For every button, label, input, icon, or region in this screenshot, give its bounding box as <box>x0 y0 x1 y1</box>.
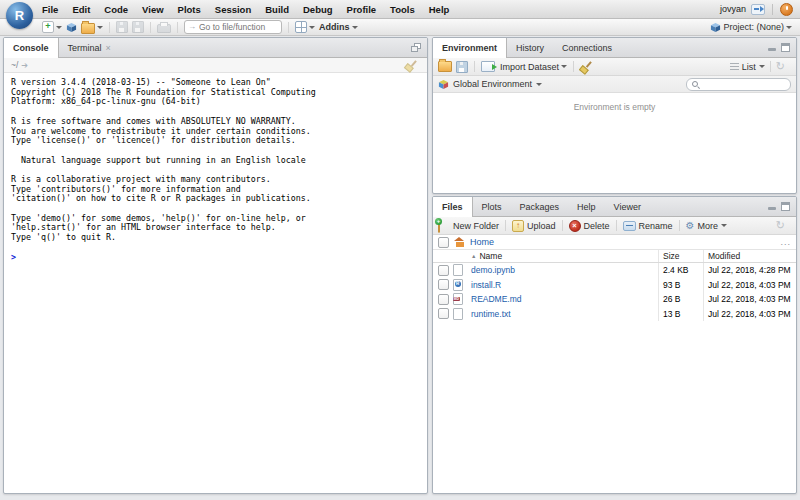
print-icon[interactable] <box>157 24 171 33</box>
divider <box>770 61 771 72</box>
quit-session-icon[interactable] <box>780 3 793 16</box>
new-folder-button[interactable]: New Folder <box>438 220 499 231</box>
refresh-icon[interactable]: ↻ <box>776 220 785 231</box>
file-row[interactable]: install.R 93 B Jul 22, 2018, 4:03 PM <box>433 278 796 293</box>
console-prompt[interactable]: > <box>11 253 420 263</box>
upload-button[interactable]: Upload <box>512 220 556 232</box>
menu-plots[interactable]: Plots <box>178 4 201 15</box>
file-link[interactable]: runtime.txt <box>471 309 658 319</box>
open-file-button[interactable] <box>81 21 103 34</box>
file-checkbox[interactable] <box>438 308 449 319</box>
file-row[interactable]: README.md 26 B Jul 22, 2018, 4:03 PM <box>433 292 796 307</box>
menu-tools[interactable]: Tools <box>390 4 415 15</box>
console-output[interactable]: R version 3.4.4 (2018-03-15) -- "Someone… <box>4 73 427 267</box>
upload-icon <box>512 220 524 232</box>
chevron-down-icon <box>561 65 567 68</box>
menu-view[interactable]: View <box>142 4 163 15</box>
sort-ascending-icon: ▲ <box>471 253 476 259</box>
tab-packages[interactable]: Packages <box>511 197 569 216</box>
file-link[interactable]: install.R <box>471 280 658 290</box>
minimize-pane-icon[interactable] <box>768 203 776 211</box>
menu-debug[interactable]: Debug <box>303 4 333 15</box>
column-name[interactable]: ▲Name <box>471 251 658 261</box>
console-line: Platform: x86_64-pc-linux-gnu (64-bit) <box>11 97 420 107</box>
load-workspace-icon[interactable] <box>438 61 452 72</box>
username-label: jovyan <box>720 4 746 14</box>
select-all-checkbox[interactable] <box>438 237 449 248</box>
menu-file[interactable]: File <box>42 4 58 15</box>
save-icon[interactable] <box>116 21 128 33</box>
tab-environment[interactable]: Environment <box>433 38 507 58</box>
tab-connections[interactable]: Connections <box>553 38 621 57</box>
tab-terminal[interactable]: Terminal× <box>59 38 120 57</box>
file-link[interactable]: demo.ipynb <box>471 265 658 275</box>
goto-directory-icon[interactable]: ➔ <box>21 61 28 70</box>
clear-console-icon[interactable] <box>405 60 416 71</box>
close-icon[interactable]: × <box>106 43 111 53</box>
menu-profile[interactable]: Profile <box>347 4 377 15</box>
environment-search[interactable] <box>686 78 791 91</box>
scope-selector[interactable]: Global Environment <box>453 79 532 89</box>
maximize-pane-icon[interactable] <box>781 43 790 52</box>
project-selector[interactable]: Project: (None) <box>710 22 792 33</box>
column-name-label: Name <box>479 251 502 261</box>
popout-icon[interactable] <box>411 43 421 52</box>
environment-pane: Environment History Connections Import D… <box>432 37 797 194</box>
home-icon[interactable] <box>454 237 465 247</box>
file-checkbox[interactable] <box>438 265 449 276</box>
file-size: 93 B <box>658 278 703 293</box>
refresh-icon[interactable]: ↻ <box>776 61 785 72</box>
save-all-icon[interactable] <box>132 21 144 33</box>
save-workspace-icon[interactable] <box>456 61 468 73</box>
column-modified[interactable]: Modified <box>703 250 796 262</box>
file-row[interactable]: runtime.txt 13 B Jul 22, 2018, 4:03 PM <box>433 307 796 322</box>
project-label: Project: (None) <box>723 22 784 32</box>
console-pane: Console Terminal× ~/ ➔ R version 3.4.4 (… <box>3 37 428 494</box>
console-line <box>11 243 420 253</box>
import-dataset-label: Import Dataset <box>500 62 559 72</box>
files-table-header: ▲Name Size Modified <box>433 250 796 263</box>
addins-button[interactable]: Addins <box>319 22 358 32</box>
pane-layout-button[interactable] <box>295 21 315 33</box>
environment-search-input[interactable] <box>703 79 786 89</box>
path-ellipsis-button[interactable]: ... <box>780 237 791 247</box>
menu-edit[interactable]: Edit <box>72 4 90 15</box>
column-size[interactable]: Size <box>658 250 703 262</box>
file-checkbox[interactable] <box>438 279 449 290</box>
r-script-icon <box>453 279 463 291</box>
tab-plots[interactable]: Plots <box>473 197 511 216</box>
tab-viewer[interactable]: Viewer <box>605 197 650 216</box>
breadcrumb-home[interactable]: Home <box>470 237 494 247</box>
menu-session[interactable]: Session <box>215 4 251 15</box>
environment-toolbar: Import Dataset List ↻ <box>433 58 796 76</box>
tab-history[interactable]: History <box>507 38 553 57</box>
goto-file-input[interactable] <box>199 22 273 32</box>
menu-bar: R File Edit Code View Plots Session Buil… <box>0 0 800 19</box>
new-project-button[interactable] <box>66 22 77 33</box>
new-folder-label: New Folder <box>453 221 499 231</box>
import-dataset-button[interactable]: Import Dataset <box>481 61 567 72</box>
delete-button[interactable]: Delete <box>569 220 610 232</box>
new-file-button[interactable] <box>42 21 62 33</box>
menu-build[interactable]: Build <box>265 4 289 15</box>
file-row[interactable]: demo.ipynb 2.4 KB Jul 22, 2018, 4:28 PM <box>433 263 796 278</box>
goto-file-search[interactable]: → <box>184 20 282 34</box>
file-checkbox[interactable] <box>438 294 449 305</box>
divider <box>109 22 110 33</box>
tab-help[interactable]: Help <box>568 197 605 216</box>
menu-help[interactable]: Help <box>429 4 450 15</box>
column-modified-label: Modified <box>708 251 740 261</box>
tab-console[interactable]: Console <box>4 38 59 58</box>
tab-console-label: Console <box>13 43 49 53</box>
maximize-pane-icon[interactable] <box>781 202 790 211</box>
menu-code[interactable]: Code <box>104 4 128 15</box>
clear-environment-icon[interactable] <box>580 61 591 72</box>
minimize-pane-icon[interactable] <box>768 44 776 52</box>
more-button[interactable]: ⚙More <box>686 221 727 231</box>
tab-files[interactable]: Files <box>433 197 473 217</box>
sign-out-icon[interactable] <box>751 4 765 15</box>
rename-button[interactable]: Rename <box>623 221 673 231</box>
list-mode-label[interactable]: List <box>742 62 756 72</box>
console-line: Type 'q()' to quit R. <box>11 233 420 243</box>
file-link[interactable]: README.md <box>471 294 658 304</box>
